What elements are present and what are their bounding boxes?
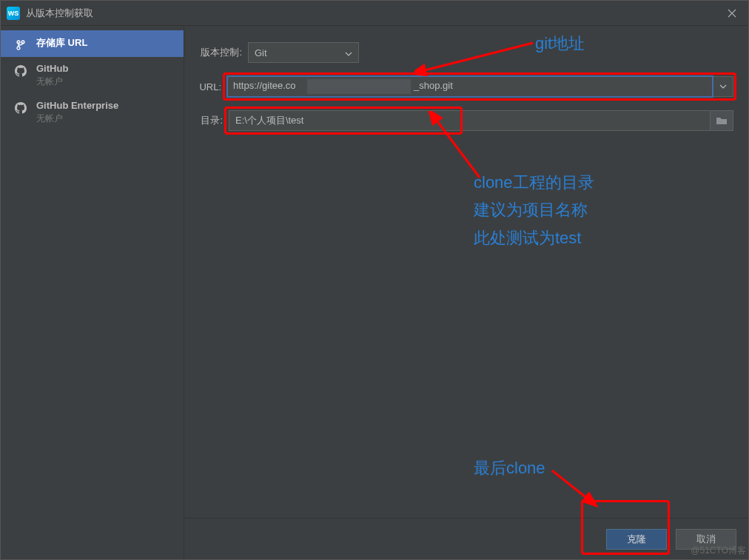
sidebar-item-label: 存储库 URL (36, 36, 87, 50)
titlebar: WS 从版本控制获取 (1, 1, 748, 26)
dir-label: 目录: (199, 114, 223, 127)
dir-row: 目录: (199, 110, 733, 131)
button-bar: 克隆 取消 (184, 518, 748, 559)
sidebar-item-github[interactable]: GitHub 无帐户 (1, 57, 184, 94)
url-history-dropdown[interactable] (713, 76, 733, 97)
github-icon (14, 101, 27, 115)
clone-button[interactable]: 克隆 (606, 529, 667, 550)
sidebar-item-label: GitHub (36, 63, 68, 74)
window-title: 从版本控制获取 (26, 7, 722, 20)
form-area: 版本控制: Git URL: (184, 26, 748, 144)
chevron-down-icon (345, 47, 352, 58)
folder-icon (716, 116, 728, 125)
sidebar-item-github-enterprise[interactable]: GitHub Enterprise 无帐户 (1, 94, 184, 131)
watermark: @51CTO博客 (691, 544, 746, 557)
chevron-down-icon (719, 84, 727, 89)
sidebar: 存储库 URL GitHub 无帐户 GitHub Enterprise 无 (1, 26, 184, 559)
sidebar-item-label: GitHub Enterprise (36, 100, 118, 111)
close-button[interactable] (722, 3, 742, 24)
branch-icon (14, 38, 27, 51)
sidebar-item-sublabel: 无帐户 (36, 75, 68, 88)
sidebar-item-repo-url[interactable]: 存储库 URL (1, 30, 184, 57)
vcs-select[interactable]: Git (248, 42, 359, 63)
url-label: URL: (199, 81, 221, 92)
vcs-row: 版本控制: Git (199, 42, 733, 63)
main-panel: 版本控制: Git URL: (184, 26, 748, 559)
github-icon (14, 64, 27, 78)
close-icon (728, 9, 736, 18)
url-row: URL: https://gitee.co _shop.git (199, 76, 733, 97)
vcs-label: 版本控制: (199, 46, 242, 59)
redaction-block (307, 79, 411, 94)
url-input[interactable] (227, 76, 713, 97)
webstorm-icon: WS (7, 7, 20, 20)
dir-input[interactable] (229, 110, 711, 131)
sidebar-item-sublabel: 无帐户 (36, 112, 118, 125)
vcs-value: Git (255, 47, 267, 58)
dialog-window: WS 从版本控制获取 存储库 URL GitHub 无帐户 (0, 0, 749, 560)
browse-button[interactable] (711, 110, 733, 131)
dialog-body: 存储库 URL GitHub 无帐户 GitHub Enterprise 无 (1, 26, 748, 559)
